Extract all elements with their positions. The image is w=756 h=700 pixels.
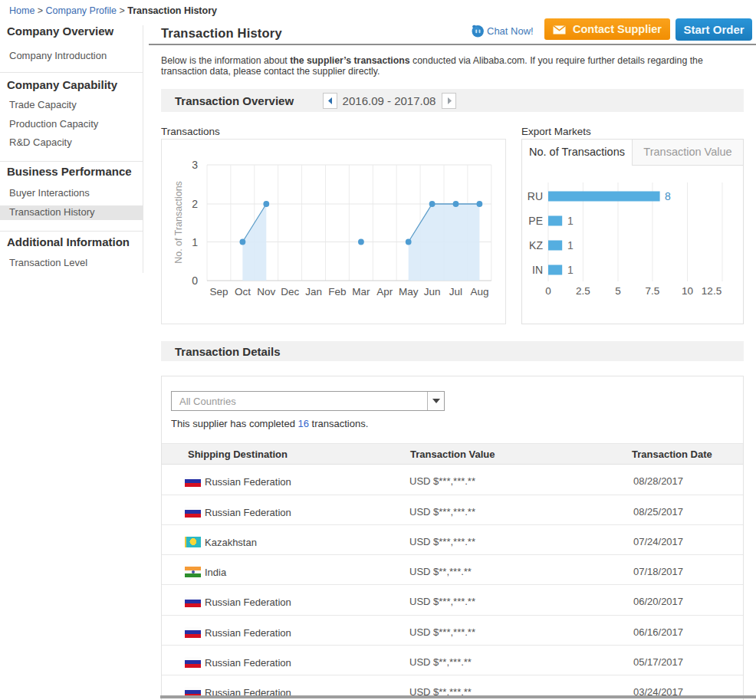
svg-text:Feb: Feb: [328, 286, 346, 297]
svg-text:Sep: Sep: [209, 286, 228, 297]
svg-text:1: 1: [192, 236, 198, 248]
svg-text:2: 2: [192, 198, 198, 210]
svg-text:2.5: 2.5: [576, 285, 590, 297]
svg-text:Aug: Aug: [470, 286, 488, 297]
svg-text:Nov: Nov: [257, 286, 275, 297]
svg-text:12.5: 12.5: [702, 285, 721, 297]
svg-text:1: 1: [567, 264, 574, 276]
svg-text:Oct: Oct: [235, 286, 251, 297]
svg-text:10: 10: [682, 285, 693, 297]
svg-text:IN: IN: [532, 264, 543, 276]
svg-text:0: 0: [192, 274, 198, 287]
svg-text:KZ: KZ: [529, 239, 543, 251]
svg-text:Apr: Apr: [376, 286, 393, 297]
svg-text:May: May: [399, 286, 419, 297]
svg-text:PE: PE: [528, 215, 543, 227]
svg-text:7.5: 7.5: [646, 285, 660, 297]
svg-text:8: 8: [665, 190, 671, 202]
svg-text:1: 1: [567, 215, 574, 227]
svg-text:0: 0: [545, 285, 551, 297]
svg-text:RU: RU: [528, 190, 543, 202]
svg-text:Jan: Jan: [305, 286, 322, 297]
svg-text:1: 1: [567, 239, 574, 251]
svg-text:3: 3: [192, 159, 198, 171]
svg-text:5: 5: [615, 285, 621, 297]
svg-text:No. of Transactions: No. of Transactions: [173, 181, 184, 264]
svg-text:Jun: Jun: [424, 286, 441, 297]
svg-text:Dec: Dec: [281, 286, 299, 297]
svg-text:Mar: Mar: [352, 286, 370, 297]
svg-text:Jul: Jul: [449, 286, 462, 297]
